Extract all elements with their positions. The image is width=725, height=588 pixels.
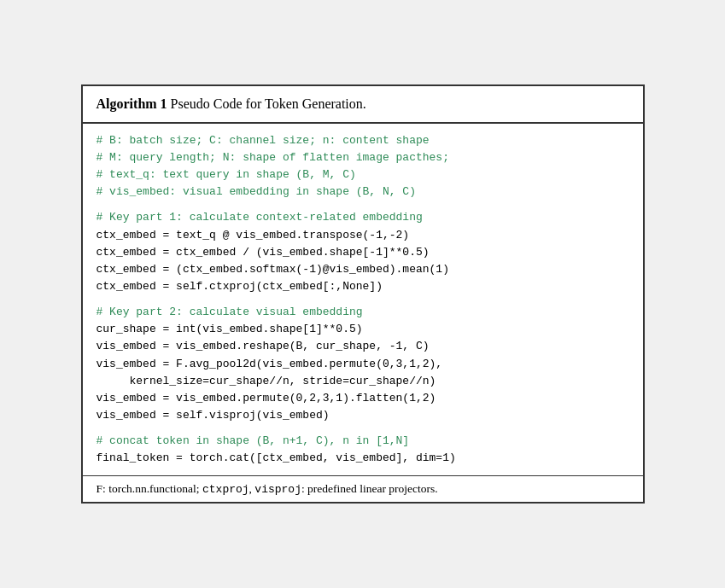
comment-m: # M: query length; N: shape of flatten i… [96,149,629,166]
code-vis5: vis_embed = vis_embed.permute(0,2,3,1).f… [96,390,629,407]
algorithm-body: # B: batch size; C: channel size; n: con… [83,124,643,476]
blank-1 [96,201,629,209]
code-vis3: vis_embed = F.avg_pool2d(vis_embed.permu… [96,356,629,373]
footer-text1: F: torch.nn.functional; [96,482,202,495]
code-ctx3: ctx_embed = (ctx_embed.softmax(-1)@vis_e… [96,261,629,278]
code-ctx1: ctx_embed = text_q @ vis_embed.transpose… [96,227,629,244]
algorithm-footer: F: torch.nn.functional; ctxproj, visproj… [83,475,643,502]
code-vis1: cur_shape = int(vis_embed.shape[1]**0.5) [96,321,629,338]
code-vis2: vis_embed = vis_embed.reshape(B, cur_sha… [96,338,629,355]
comment-b: # B: batch size; C: channel size; n: con… [96,132,629,149]
algo-label: Algorithm 1 [96,96,167,111]
comment-key1: # Key part 1: calculate context-related … [96,209,629,226]
code-ctx2: ctx_embed = ctx_embed / (vis_embed.shape… [96,244,629,261]
code-concat: final_token = torch.cat([ctx_embed, vis_… [96,450,629,467]
code-ctx4: ctx_embed = self.ctxproj(ctx_embed[:,Non… [96,278,629,295]
algo-title: Pseudo Code for Token Generation. [171,96,366,111]
footer-mono2: visproj [254,483,301,496]
blank-3 [96,424,629,433]
algorithm-header: Algorithm 1 Pseudo Code for Token Genera… [83,86,643,124]
code-vis4: kernel_size=cur_shape//n, stride=cur_sha… [96,373,629,390]
blank-2 [96,295,629,304]
comment-concat: # concat token in shape (B, n+1, C), n i… [96,433,629,450]
code-vis6: vis_embed = self.visproj(vis_embed) [96,407,629,424]
footer-text2: : predefined linear projectors. [301,482,438,495]
comment-visembed: # vis_embed: visual embedding in shape (… [96,183,629,201]
algorithm-box: Algorithm 1 Pseudo Code for Token Genera… [81,84,645,504]
comment-textq: # text_q: text query in shape (B, M, C) [96,166,629,183]
footer-mono1: ctxproj [202,483,249,496]
comment-key2: # Key part 2: calculate visual embedding [96,304,629,321]
